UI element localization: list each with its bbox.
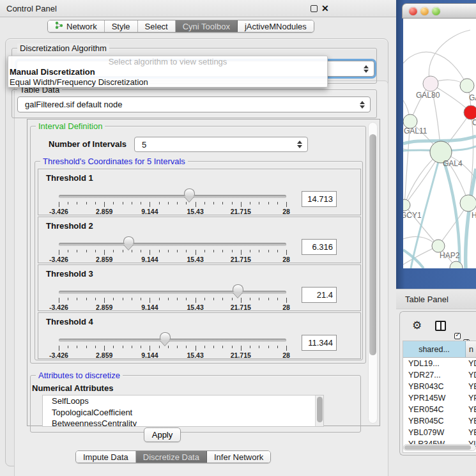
number-of-intervals-label: Number of Intervals bbox=[49, 139, 127, 149]
network-red-node[interactable] bbox=[464, 105, 476, 119]
network-node-label: HAP2 bbox=[440, 251, 460, 260]
attributes-group-label: Attributes to discretize bbox=[36, 371, 123, 380]
slider-ticks bbox=[59, 250, 286, 256]
network-node-label: C bbox=[472, 118, 476, 127]
network-node-label: GCY1 bbox=[403, 211, 422, 220]
threshold-value-field[interactable]: 21.4 bbox=[302, 287, 337, 303]
control-panel-window: Control Panel ✕ NetworkStyleSelectCyni T… bbox=[0, 0, 396, 476]
table-header-row: shared...n bbox=[403, 341, 476, 358]
table-row[interactable]: YBL079WYBL0 bbox=[403, 427, 476, 438]
float-icon[interactable] bbox=[311, 5, 318, 12]
network-node-label: GAL11 bbox=[404, 127, 427, 135]
table-row[interactable]: YPR145WYPR1 bbox=[403, 392, 476, 404]
slider-tick-labels: -3.4262.8599.14415.4321.71528 bbox=[59, 351, 286, 359]
close-traffic-light-icon[interactable] bbox=[409, 7, 417, 15]
network-pink-node[interactable] bbox=[423, 76, 438, 91]
number-of-intervals-combobox[interactable]: 5 bbox=[134, 137, 308, 152]
slider-tick-labels: -3.4262.8599.14415.4321.71528 bbox=[59, 256, 286, 263]
slider-tick-labels: -3.4262.8599.14415.4321.71528 bbox=[59, 303, 286, 311]
slider-thumb[interactable] bbox=[184, 188, 195, 196]
table-panel-titlebar: Table Panel bbox=[396, 289, 476, 309]
tab-impute-data[interactable]: Impute Data bbox=[76, 451, 136, 463]
table-horizontal-scrollbar[interactable] bbox=[403, 444, 476, 451]
tab-network[interactable]: Network bbox=[48, 20, 105, 32]
slider-thumb[interactable] bbox=[160, 332, 171, 340]
discretization-algorithm-label: Discretization Algorithm bbox=[17, 43, 109, 53]
slider-thumb[interactable] bbox=[233, 284, 243, 292]
slider-track[interactable] bbox=[59, 195, 286, 198]
numerical-attributes-list[interactable]: SelfLoopsTopologicalCoefficientBetweenne… bbox=[42, 395, 324, 427]
apply-button[interactable]: Apply bbox=[144, 427, 181, 442]
tab-infer-network[interactable]: Infer Network bbox=[207, 451, 270, 463]
checkbox-icon[interactable] bbox=[454, 333, 461, 339]
table-panel: ⚙ shared...n YDL19...YDL1YDR27...YDR2YBR… bbox=[399, 311, 476, 456]
combo-arrows-icon bbox=[296, 141, 302, 148]
network-hap2-node[interactable] bbox=[432, 240, 445, 252]
dropdown-item[interactable]: Equal Width/Frequency Discretization bbox=[8, 77, 327, 88]
threshold-value-field[interactable]: 14.713 bbox=[302, 191, 337, 207]
algorithm-dropdown-popup: Select algorithm to view settings Manual… bbox=[8, 56, 328, 88]
network-node[interactable] bbox=[460, 79, 474, 93]
threshold-value-field[interactable]: 6.316 bbox=[302, 239, 337, 255]
network-icon bbox=[55, 21, 63, 31]
threshold-slider[interactable]: -3.4262.8599.14415.4321.71528 bbox=[59, 217, 286, 264]
zoom-traffic-light-icon[interactable] bbox=[432, 7, 440, 15]
threshold-panel-3: Threshold 3-3.4262.8599.14415.4321.71528… bbox=[38, 265, 361, 311]
tab-style[interactable]: Style bbox=[105, 20, 138, 32]
viewport-scrollbar-thumb[interactable] bbox=[369, 134, 376, 355]
threshold-slider[interactable]: -3.4262.8599.14415.4321.71528 bbox=[59, 169, 286, 216]
threshold-value-field[interactable]: 11.344 bbox=[302, 335, 337, 351]
close-icon[interactable]: ✕ bbox=[321, 3, 329, 13]
table-panel-title: Table Panel bbox=[405, 295, 449, 304]
column-header[interactable]: n bbox=[466, 341, 476, 357]
top-tab-bar: NetworkStyleSelectCyni ToolboxjActiveMNo… bbox=[47, 20, 314, 33]
thresholds-group: Threshold's Coordinates for 5 Intervals … bbox=[35, 161, 363, 360]
control-panel-titlebar: Control Panel ✕ bbox=[0, 0, 396, 17]
slider-track[interactable] bbox=[59, 339, 286, 342]
table-row[interactable]: YDL19...YDL1 bbox=[403, 358, 476, 369]
tab-cyni-toolbox[interactable]: Cyni Toolbox bbox=[176, 20, 238, 32]
table-body: YDL19...YDL1YDR27...YDR2YBR043CYBR0YPR14… bbox=[403, 358, 476, 453]
split-columns-icon[interactable] bbox=[435, 321, 446, 331]
network-node-label: GAL80 bbox=[416, 91, 440, 100]
slider-thumb[interactable] bbox=[123, 236, 134, 244]
slider-track[interactable] bbox=[59, 243, 286, 246]
slider-tick-labels: -3.4262.8599.14415.4321.71528 bbox=[59, 208, 286, 215]
dropdown-item[interactable]: Manual Discretization bbox=[8, 67, 327, 77]
network-edge[interactable] bbox=[429, 30, 470, 84]
numerical-attributes-label: Numerical Attributes bbox=[32, 383, 113, 393]
combo-arrows-icon bbox=[359, 101, 365, 109]
attributes-group: Attributes to discretize Numerical Attri… bbox=[30, 375, 361, 433]
tab-discretize-data[interactable]: Discretize Data bbox=[136, 451, 207, 463]
viewport-scrollbar[interactable] bbox=[368, 122, 378, 424]
table-row[interactable]: YER054CYER0 bbox=[403, 404, 476, 415]
network-window-titlebar[interactable] bbox=[402, 3, 476, 19]
node-attribute-table[interactable]: shared...n YDL19...YDL1YDR27...YDR2YBR04… bbox=[403, 341, 476, 453]
tab-select[interactable]: Select bbox=[138, 20, 176, 32]
settings-scroll-viewport: Interval Definition Number of Intervals … bbox=[27, 119, 380, 426]
table-row[interactable]: YBR045CYBR0 bbox=[403, 415, 476, 427]
table-data-combobox[interactable]: galFiltered.sif default node bbox=[17, 96, 371, 112]
attribute-list-item[interactable]: TopologicalCoefficient bbox=[43, 407, 323, 418]
minimize-traffic-light-icon[interactable] bbox=[420, 7, 429, 15]
network-node-label: GA bbox=[469, 93, 476, 102]
tab-jactivemnodules[interactable]: jActiveMNodules bbox=[238, 20, 314, 32]
attributes-list-scrollbar[interactable] bbox=[315, 395, 323, 426]
attribute-list-item[interactable]: SelfLoops bbox=[43, 395, 323, 407]
network-graph[interactable]: GAL80GACGAL11GAL4GCY1HHAP2 bbox=[403, 19, 476, 268]
gear-icon[interactable]: ⚙ bbox=[412, 320, 422, 331]
table-row[interactable]: YDR27...YDR2 bbox=[403, 369, 476, 381]
threshold-slider[interactable]: -3.4262.8599.14415.4321.71528 bbox=[59, 265, 286, 312]
interval-definition-group: Interval Definition Number of Intervals … bbox=[30, 126, 366, 364]
network-node[interactable] bbox=[403, 199, 410, 211]
threshold-panel-4: Threshold 4-3.4262.8599.14415.4321.71528… bbox=[38, 312, 361, 359]
slider-track[interactable] bbox=[59, 291, 286, 294]
network-canvas[interactable]: GAL80GACGAL11GAL4GCY1HHAP2 bbox=[403, 19, 476, 268]
network-node[interactable] bbox=[460, 195, 476, 211]
threshold-panel-2: Threshold 2-3.4262.8599.14415.4321.71528… bbox=[38, 217, 361, 263]
attribute-list-item[interactable]: BetweennessCentrality bbox=[43, 418, 323, 427]
threshold-slider[interactable]: -3.4262.8599.14415.4321.71528 bbox=[59, 313, 286, 360]
table-row[interactable]: YBR043CYBR0 bbox=[403, 381, 476, 392]
column-header[interactable]: shared... bbox=[403, 341, 466, 357]
combo-arrows-icon bbox=[363, 65, 369, 73]
